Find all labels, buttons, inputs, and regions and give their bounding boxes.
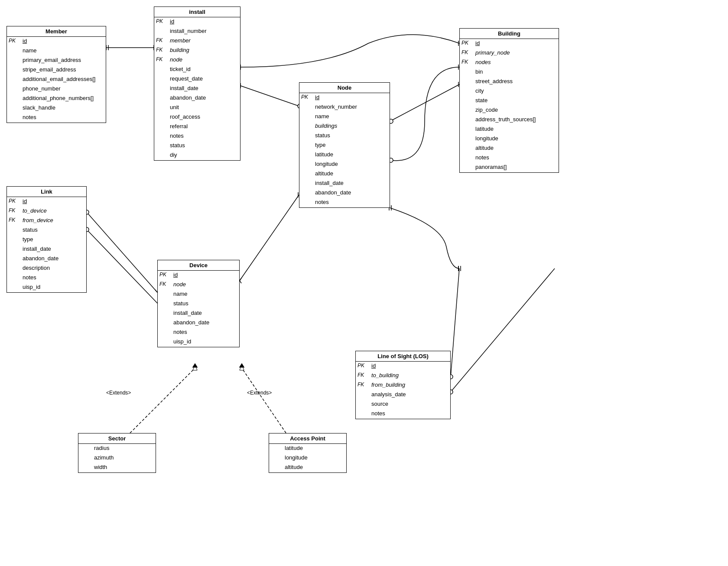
table-row: install_date xyxy=(299,179,390,188)
link-table: Link PK id FK to_device FK from_device s… xyxy=(6,186,87,293)
table-row: latitude xyxy=(460,125,559,134)
sector-extends-label: <Extends> xyxy=(106,390,131,396)
table-row: buildings xyxy=(299,122,390,131)
table-row: PK id xyxy=(154,17,240,27)
table-row: FK nodes xyxy=(460,58,559,68)
svg-line-38 xyxy=(240,281,241,283)
svg-line-36 xyxy=(240,195,299,281)
table-row: notes xyxy=(356,409,450,419)
table-row: notes xyxy=(460,153,559,163)
table-row: install_number xyxy=(154,27,240,36)
table-row: install_date xyxy=(158,309,239,318)
table-row: status xyxy=(7,226,86,235)
svg-line-47 xyxy=(130,368,195,433)
table-row: status xyxy=(154,141,240,151)
table-row: longitude xyxy=(269,453,346,463)
table-row: source xyxy=(356,400,450,409)
svg-marker-48 xyxy=(193,364,197,370)
install-title: install xyxy=(154,7,240,17)
node-table: Node PK id network_number name buildings… xyxy=(299,82,390,208)
table-row: FK node xyxy=(158,280,239,290)
link-title: Link xyxy=(7,187,86,197)
table-row: FK to_building xyxy=(356,371,450,381)
table-row: PK id xyxy=(299,93,390,103)
table-row: altitude xyxy=(460,144,559,153)
table-row: uisp_id xyxy=(7,283,86,292)
table-row: type xyxy=(7,235,86,245)
svg-marker-50 xyxy=(240,364,244,370)
table-row: status xyxy=(158,299,239,309)
table-row: altitude xyxy=(299,169,390,179)
table-row: FK from_building xyxy=(356,381,450,390)
table-row: latitude xyxy=(269,444,346,453)
svg-line-32 xyxy=(87,230,157,303)
sector-title: Sector xyxy=(78,433,156,444)
table-row: abandon_date xyxy=(154,94,240,103)
table-row: FK member xyxy=(154,36,240,46)
table-row: FK from_device xyxy=(7,216,86,226)
los-table: Line of Sight (LOS) PK id FK to_building… xyxy=(355,351,451,419)
svg-line-45 xyxy=(451,268,555,392)
member-table: Member PK id name primary_email_address … xyxy=(6,26,106,123)
table-row: notes xyxy=(154,132,240,141)
table-row: FK node xyxy=(154,55,240,65)
table-row: unit xyxy=(154,103,240,113)
access-point-table: Access Point latitude longitude altitude xyxy=(269,433,347,473)
table-row: FK to_device xyxy=(7,207,86,216)
table-row: altitude xyxy=(269,463,346,472)
table-row: phone_number xyxy=(7,84,106,94)
table-row: notes xyxy=(299,198,390,207)
table-row: bin xyxy=(460,68,559,77)
svg-marker-51 xyxy=(240,364,244,367)
table-row: state xyxy=(460,96,559,106)
table-row: FK primary_node xyxy=(460,49,559,58)
node-title: Node xyxy=(299,83,390,93)
table-row: status xyxy=(299,131,390,141)
building-table: Building PK id FK primary_node FK nodes … xyxy=(459,28,559,173)
table-row: PK id xyxy=(460,39,559,49)
table-row: zip_code xyxy=(460,106,559,115)
table-row: address_truth_sources[] xyxy=(460,115,559,125)
table-row: slack_handle xyxy=(7,103,106,113)
table-row: panoramas[] xyxy=(460,163,559,172)
table-row: radius xyxy=(78,444,156,453)
table-row: ticket_id xyxy=(154,65,240,74)
table-row: width xyxy=(78,463,156,472)
table-row: longitude xyxy=(299,160,390,169)
table-row: notes xyxy=(158,328,239,337)
svg-line-11 xyxy=(240,86,299,106)
table-row: install_date xyxy=(7,245,86,254)
table-row: stripe_email_address xyxy=(7,65,106,75)
table-row: uisp_id xyxy=(158,337,239,347)
table-row: referral xyxy=(154,122,240,132)
table-row: city xyxy=(460,87,559,96)
table-row: PK id xyxy=(356,362,450,371)
table-row: abandon_date xyxy=(299,188,390,198)
table-row: abandon_date xyxy=(158,318,239,328)
svg-line-27 xyxy=(87,212,157,292)
table-row: network_number xyxy=(299,103,390,112)
device-table: Device PK id FK node name status install… xyxy=(157,260,240,347)
table-row: additional_email_addresses[] xyxy=(7,75,106,84)
table-row: PK id xyxy=(7,197,86,207)
sector-table: Sector radius azimuth width xyxy=(78,433,156,473)
table-row: name xyxy=(158,290,239,299)
table-row: street_address xyxy=(460,77,559,87)
device-title: Device xyxy=(158,260,239,271)
table-row: longitude xyxy=(460,134,559,144)
table-row: install_date xyxy=(154,84,240,94)
access-point-title: Access Point xyxy=(269,433,346,444)
svg-line-42 xyxy=(451,268,459,377)
svg-line-49 xyxy=(242,368,286,433)
ap-extends-label: <Extends> xyxy=(247,390,272,396)
table-row: notes xyxy=(7,273,86,283)
table-row: abandon_date xyxy=(7,254,86,264)
install-table: install PK id install_number FK member F… xyxy=(154,6,240,161)
table-row: description xyxy=(7,264,86,273)
svg-line-37 xyxy=(240,278,241,281)
table-row: name xyxy=(7,46,106,56)
table-row: notes xyxy=(7,113,106,123)
table-row: additional_phone_numbers[] xyxy=(7,94,106,103)
table-row: latitude xyxy=(299,150,390,160)
table-row: request_date xyxy=(154,74,240,84)
